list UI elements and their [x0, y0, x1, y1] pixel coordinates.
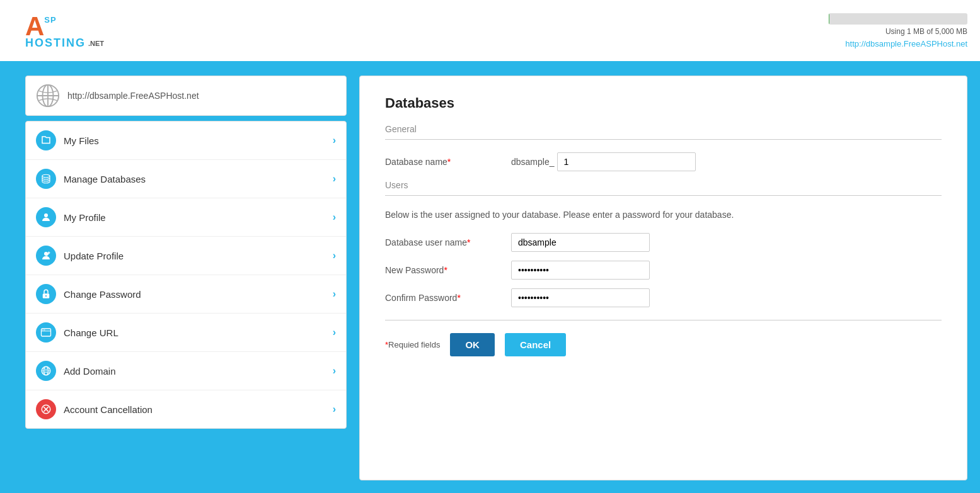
- nav-item-change-password[interactable]: Change Password ›: [26, 275, 346, 314]
- confirm-password-row: Confirm Password*: [385, 288, 942, 307]
- nav-icon-files: [36, 130, 56, 150]
- users-divider: [385, 195, 942, 196]
- new-password-label: New Password*: [385, 265, 511, 275]
- svg-point-11: [42, 329, 43, 331]
- chevron-my-files: ›: [333, 135, 336, 146]
- top-right: Using 1 MB of 5,000 MB http://dbsample.F…: [829, 13, 967, 48]
- svg-point-12: [44, 329, 45, 331]
- chevron-change-password: ›: [333, 288, 336, 300]
- chevron-my-profile: ›: [333, 212, 336, 223]
- chevron-account-cancellation: ›: [333, 404, 336, 415]
- nav-label-add-domain: Add Domain: [64, 366, 116, 377]
- info-text: Below is the user assigned to your datab…: [385, 208, 942, 222]
- nav-item-my-profile[interactable]: My Profile ›: [26, 198, 346, 237]
- users-section-label: Users: [385, 180, 942, 190]
- sidebar: http://dbsample.FreeASPHost.net My Files…: [25, 76, 347, 480]
- new-password-input[interactable]: [511, 261, 650, 280]
- db-name-required: *: [447, 157, 451, 167]
- progress-bar-fill: [829, 13, 829, 25]
- usage-text: Using 1 MB of 5,000 MB: [829, 27, 967, 36]
- nav-menu: My Files › Manage Databases ›: [25, 121, 347, 429]
- sidebar-site-url: http://dbsample.FreeASPHost.net: [67, 91, 199, 101]
- nav-label-update-profile: Update Profile: [64, 251, 124, 261]
- form-actions: *Requied fields OK Cancel: [385, 333, 942, 356]
- site-link[interactable]: http://dbsample.FreeASPHost.net: [845, 39, 967, 48]
- nav-icon-change-url: [36, 322, 56, 343]
- chevron-update-profile: ›: [333, 250, 336, 261]
- chevron-manage-databases: ›: [333, 173, 336, 184]
- nav-item-add-domain[interactable]: Add Domain ›: [26, 352, 346, 390]
- globe-icon: [36, 84, 60, 108]
- required-note: *Requied fields: [385, 340, 440, 349]
- nav-item-manage-databases[interactable]: Manage Databases ›: [26, 160, 346, 198]
- nav-item-account-cancellation[interactable]: Account Cancellation ›: [26, 390, 346, 428]
- nav-label-my-files: My Files: [64, 135, 99, 146]
- ok-button[interactable]: OK: [450, 333, 495, 356]
- storage-progress-bar: [829, 13, 967, 25]
- nav-item-my-files[interactable]: My Files ›: [26, 122, 346, 160]
- top-bar: A SP HOSTING .NET Using 1 MB of 5,000 MB…: [0, 0, 980, 63]
- logo-asp-text: SP: [44, 16, 56, 25]
- confirm-password-label: Confirm Password*: [385, 293, 511, 303]
- db-name-row: Database name* dbsample_: [385, 152, 942, 171]
- svg-point-4: [42, 174, 50, 178]
- users-section: Users Below is the user assigned to your…: [385, 180, 942, 307]
- main-panel: Databases General Database name* dbsampl…: [359, 76, 967, 480]
- svg-point-8: [45, 295, 47, 297]
- page-title: Databases: [385, 95, 942, 111]
- db-user-label: Database user name*: [385, 237, 511, 247]
- nav-icon-database: [36, 169, 56, 189]
- logo: A SP HOSTING .NET: [25, 12, 104, 50]
- db-user-row: Database user name*: [385, 233, 942, 252]
- main-content: http://dbsample.FreeASPHost.net My Files…: [0, 63, 980, 493]
- general-section-label: General: [385, 124, 942, 134]
- db-name-input[interactable]: [557, 152, 696, 171]
- bottom-divider: [385, 320, 942, 320]
- chevron-add-domain: ›: [333, 365, 336, 377]
- db-name-label: Database name*: [385, 157, 511, 167]
- new-password-row: New Password*: [385, 261, 942, 280]
- site-url-box: http://dbsample.FreeASPHost.net: [25, 76, 347, 116]
- chevron-change-url: ›: [333, 327, 336, 338]
- nav-label-change-password: Change Password: [64, 289, 141, 300]
- nav-icon-update-profile: [36, 246, 56, 266]
- db-prefix: dbsample_: [511, 157, 555, 167]
- nav-icon-cancel: [36, 399, 56, 419]
- nav-item-update-profile[interactable]: Update Profile ›: [26, 237, 346, 275]
- cancel-button[interactable]: Cancel: [505, 333, 566, 356]
- nav-label-manage-databases: Manage Databases: [64, 174, 146, 184]
- nav-item-change-url[interactable]: Change URL ›: [26, 314, 346, 352]
- nav-label-account-cancellation: Account Cancellation: [64, 404, 153, 415]
- logo-hosting: HOSTING: [25, 37, 86, 50]
- general-divider: [385, 139, 942, 140]
- nav-label-my-profile: My Profile: [64, 212, 106, 223]
- nav-label-change-url: Change URL: [64, 327, 118, 338]
- svg-point-5: [44, 213, 48, 217]
- nav-icon-my-profile: [36, 207, 56, 227]
- db-user-input[interactable]: [511, 233, 650, 252]
- nav-icon-add-domain: [36, 361, 56, 381]
- confirm-password-input[interactable]: [511, 288, 650, 307]
- logo-net: .NET: [88, 40, 104, 47]
- nav-icon-change-password: [36, 284, 56, 304]
